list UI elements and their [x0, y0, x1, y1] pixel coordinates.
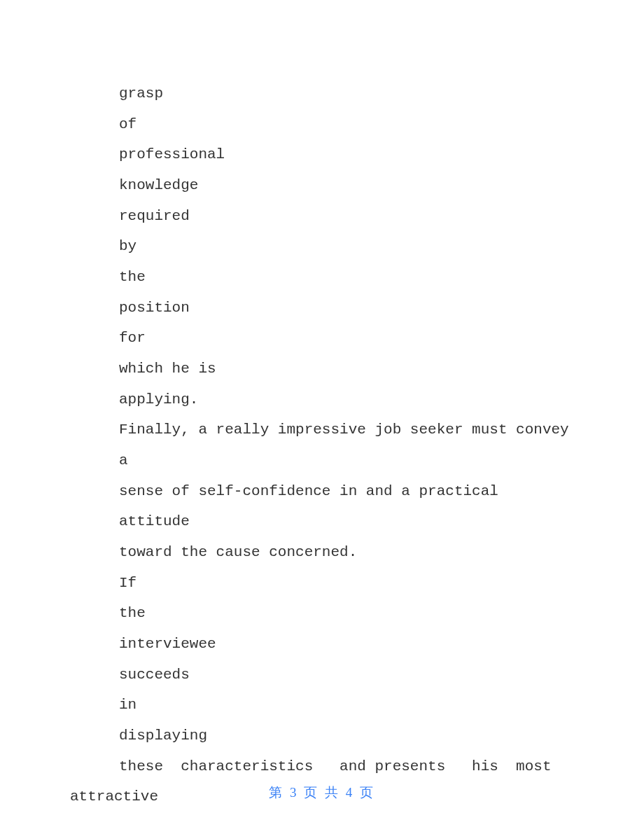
- body-line: grasp: [70, 78, 574, 109]
- document-page: grasp of professional knowledge required…: [0, 0, 644, 812]
- body-line: the: [70, 262, 574, 293]
- body-line: displaying: [70, 721, 574, 751]
- body-line: knowledge: [70, 170, 574, 201]
- page-footer: 第 3 页 共 4 页: [0, 784, 644, 802]
- body-line: by: [70, 231, 574, 262]
- body-line: the: [70, 598, 574, 629]
- body-line: professional: [70, 139, 574, 170]
- body-line: which he is: [70, 354, 574, 384]
- body-line: succeeds: [70, 660, 574, 690]
- body-line: interviewee: [70, 629, 574, 660]
- body-line: in: [70, 690, 574, 721]
- body-line: for: [70, 323, 574, 354]
- body-line: position: [70, 293, 574, 324]
- body-line: applying.: [70, 384, 574, 415]
- body-line: If: [70, 568, 574, 599]
- body-line: required: [70, 201, 574, 232]
- body-line: sense of self-confidence in and a practi…: [70, 476, 574, 537]
- body-line: of: [70, 109, 574, 140]
- body-line: Finally, a really impressive job seeker …: [70, 415, 574, 475]
- body-line: toward the cause concerned.: [70, 537, 574, 568]
- body-line: these characteristics and presents his m…: [70, 751, 574, 782]
